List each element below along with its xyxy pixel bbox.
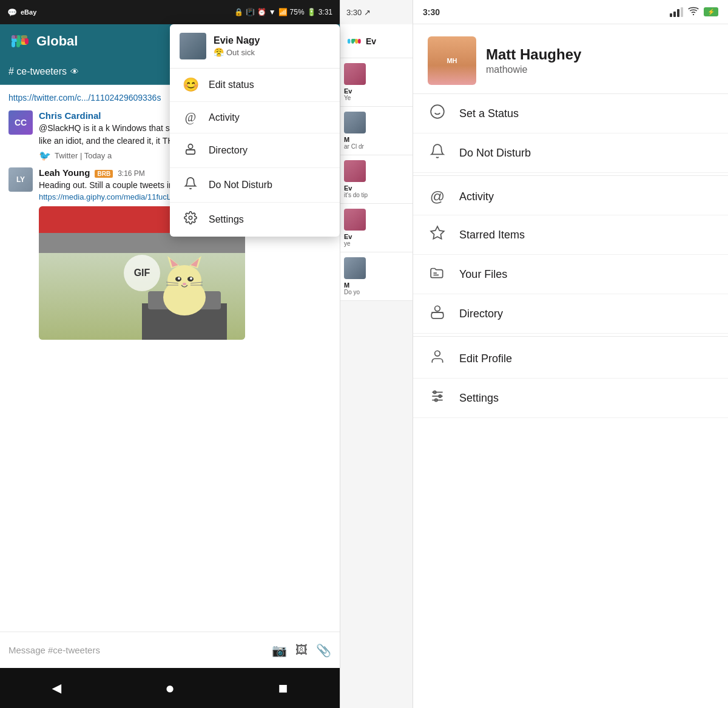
mid-avatar-1 <box>344 63 366 85</box>
channel-settings-icon[interactable]: 👁 <box>70 67 79 76</box>
menu-item-set-status[interactable]: Set a Status <box>413 94 728 133</box>
mid-avatar-5 <box>344 257 366 279</box>
status-bar-left: 💬 eBay 🔒 📳 ⏰ ▼ 📶 75% 🔋 3:31 <box>0 0 340 24</box>
starred-label: Starred Items <box>459 229 525 241</box>
message-time-leah: 3:16 PM <box>118 169 145 178</box>
activity-icon: @ <box>182 110 199 124</box>
svg-point-26 <box>183 283 186 285</box>
svg-rect-12 <box>25 38 29 44</box>
svg-rect-39 <box>358 39 361 44</box>
message-placeholder[interactable]: Message #ce-tweeters <box>8 645 263 655</box>
dropdown-item-dnd[interactable]: Do Not Disturb <box>170 168 340 203</box>
twitter-icon: 🐦 <box>39 150 51 161</box>
workspace-title: Global <box>36 33 78 49</box>
camera-icon[interactable]: 📷 <box>272 643 287 658</box>
status-emoji: 😤 <box>214 47 224 57</box>
dropdown-user-info: Evie Nagy 😤 Out sick <box>214 35 260 57</box>
profile-section: MH Matt Haughey mathowie <box>413 24 728 94</box>
svg-rect-35 <box>348 39 351 44</box>
mid-header: Ev <box>340 24 413 58</box>
mid-msg-1[interactable]: Ev Ye <box>340 58 413 107</box>
cat-illustration <box>142 243 227 340</box>
svg-point-48 <box>435 351 440 356</box>
mid-msg-2[interactable]: M ar Cl dr <box>340 107 413 155</box>
attachment-icon[interactable]: 📎 <box>316 643 331 658</box>
dropdown-item-settings[interactable]: Settings <box>170 203 340 237</box>
svg-point-17 <box>167 265 201 295</box>
home-button[interactable]: ● <box>155 673 185 703</box>
settings-right-label: Settings <box>459 392 499 405</box>
edit-status-icon: 😊 <box>182 77 199 93</box>
wifi-icon: ▼ <box>269 8 276 16</box>
dropdown-username: Evie Nagy <box>214 35 260 46</box>
edit-profile-label: Edit Profile <box>459 352 512 365</box>
svg-marker-44 <box>431 226 444 239</box>
chat-icon: 💬 <box>7 8 17 17</box>
menu-item-dnd[interactable]: Do Not Disturb <box>413 133 728 173</box>
set-status-label: Set a Status <box>459 107 519 120</box>
right-panel: 3:30 ⚡ MH Matt Haughe <box>413 0 728 708</box>
mid-sender-2: M <box>344 136 409 143</box>
image-icon[interactable]: 🖼 <box>295 643 308 657</box>
mid-preview-3: it's do tip <box>344 192 409 198</box>
status-bar-middle: 3:30 ↗ <box>340 0 413 24</box>
edit-status-label: Edit status <box>209 79 254 90</box>
lock-icon: 🔒 <box>234 8 243 16</box>
directory-label: Directory <box>209 145 248 156</box>
menu-item-starred[interactable]: Starred Items <box>413 215 728 255</box>
mid-sender-5: M <box>344 282 409 289</box>
mid-msg-5[interactable]: M Do yo <box>340 252 413 301</box>
alarm-icon: ⏰ <box>257 8 266 16</box>
mid-msg-3[interactable]: Ev it's do tip <box>340 155 413 204</box>
slack-logo <box>8 30 30 52</box>
mid-avatar-4 <box>344 209 366 231</box>
dnd-right-icon <box>428 143 447 163</box>
svg-rect-32 <box>186 150 195 154</box>
activity-right-label: Activity <box>459 190 494 203</box>
svg-point-31 <box>188 144 192 149</box>
profile-face: MH <box>428 36 476 85</box>
status-text: Out sick <box>226 48 255 57</box>
profile-avatar: MH <box>428 36 476 85</box>
svg-point-45 <box>435 306 440 311</box>
menu-item-edit-profile[interactable]: Edit Profile <box>413 339 728 379</box>
battery-icon: 🔋 <box>307 8 316 16</box>
system-icons: 🔒 📳 ⏰ ▼ 📶 75% 🔋 3:31 <box>234 8 332 16</box>
recents-button[interactable]: ■ <box>268 673 298 703</box>
mid-sender-3: Ev <box>344 184 409 192</box>
message-input-bar: Message #ce-tweeters 📷 🖼 📎 <box>0 632 340 668</box>
mid-msg-4[interactable]: Ev ye <box>340 204 413 252</box>
right-menu: Set a Status Do Not Disturb @ Activity <box>413 94 728 418</box>
sender-leah[interactable]: Leah Young <box>39 167 90 178</box>
android-nav-bar: ◄ ● ■ <box>0 668 340 708</box>
avatar-leah: LY <box>8 167 33 192</box>
svg-rect-38 <box>355 39 358 44</box>
menu-item-settings-right[interactable]: Settings <box>413 379 728 418</box>
menu-item-activity[interactable]: @ Activity <box>413 178 728 215</box>
directory-icon <box>182 142 199 159</box>
signal-bars <box>670 7 683 17</box>
mid-time: 3:30 <box>346 8 362 17</box>
dnd-icon <box>182 177 199 194</box>
left-panel: 💬 eBay 🔒 📳 ⏰ ▼ 📶 75% 🔋 3:31 <box>0 0 340 708</box>
vibrate-icon: 📳 <box>246 8 255 16</box>
svg-point-34 <box>189 216 192 220</box>
back-button[interactable]: ◄ <box>41 673 72 703</box>
menu-item-directory-right[interactable]: Directory <box>413 294 728 334</box>
svg-point-40 <box>693 13 694 15</box>
dropdown-item-activity[interactable]: @ Activity <box>170 102 340 133</box>
right-status-icons: ⚡ <box>670 7 718 18</box>
set-status-icon <box>428 104 447 123</box>
sender-chris[interactable]: Chris Cardinal <box>39 110 101 121</box>
channel-name: # ce-tweeters <box>8 66 67 77</box>
bar3 <box>677 9 679 17</box>
profile-dropdown: Evie Nagy 😤 Out sick 😊 Edit status @ Act… <box>170 24 340 237</box>
avatar-chris: CC <box>8 110 33 135</box>
link-url[interactable]: https://twitter.com/c.../11102429609336s <box>8 93 161 103</box>
dropdown-item-directory[interactable]: Directory <box>170 133 340 168</box>
menu-item-files[interactable]: Your Files <box>413 255 728 294</box>
gif-badge: GIF <box>124 255 160 291</box>
dropdown-item-edit-status[interactable]: 😊 Edit status <box>170 69 340 102</box>
dropdown-status: 😤 Out sick <box>214 47 260 57</box>
dnd-label: Do Not Disturb <box>209 180 272 190</box>
